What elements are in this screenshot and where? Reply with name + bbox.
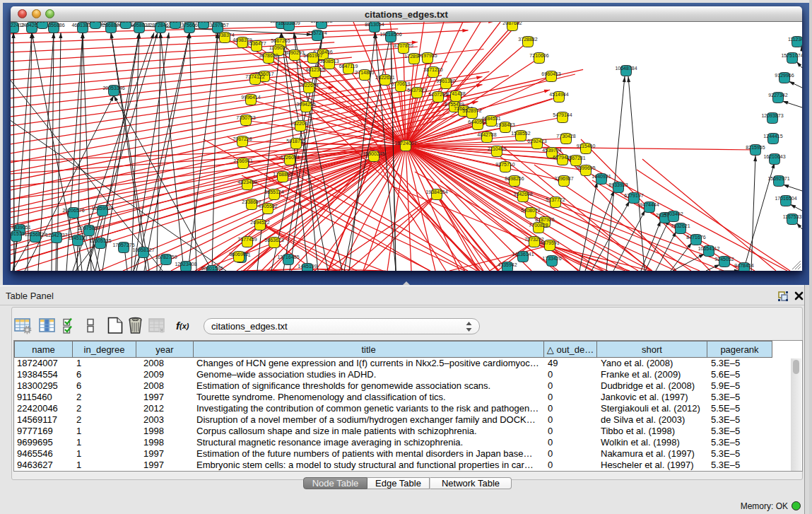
svg-text:19218506: 19218506: [379, 32, 401, 37]
svg-text:1538552: 1538552: [511, 131, 530, 136]
svg-text:20053346: 20053346: [102, 86, 124, 90]
svg-text:19384554: 19384554: [425, 189, 447, 194]
svg-text:1938483: 1938483: [495, 122, 514, 127]
svg-text:7374122: 7374122: [245, 74, 264, 79]
svg-text:7377459: 7377459: [237, 237, 257, 242]
svg-text:10654112: 10654112: [698, 246, 720, 251]
svg-text:1167533: 1167533: [783, 214, 802, 219]
svg-text:2322047: 2322047: [290, 121, 310, 126]
svg-text:15900245: 15900245: [363, 151, 384, 156]
svg-text:1640931: 1640931: [592, 174, 611, 179]
svg-text:15692971: 15692971: [767, 176, 789, 181]
svg-text:16782759: 16782759: [155, 255, 177, 259]
svg-text:4514944: 4514944: [549, 92, 568, 97]
svg-text:8933923: 8933923: [608, 182, 628, 187]
svg-text:14265799: 14265799: [164, 22, 186, 23]
svg-text:8606962: 8606962: [229, 252, 248, 257]
svg-text:39958838: 39958838: [128, 23, 150, 28]
svg-text:5107245: 5107245: [428, 92, 447, 97]
svg-text:5667265: 5667265: [271, 38, 290, 43]
svg-text:20206576: 20206576: [62, 208, 84, 213]
svg-text:3342608: 3342608: [513, 192, 532, 197]
svg-text:8090293: 8090293: [285, 50, 304, 55]
svg-text:89254563: 89254563: [84, 22, 106, 23]
svg-text:14136141: 14136141: [512, 252, 534, 257]
svg-text:6770619: 6770619: [391, 81, 410, 86]
svg-text:12359924: 12359924: [91, 206, 113, 211]
svg-text:9478454: 9478454: [734, 263, 753, 268]
svg-text:15751074: 15751074: [781, 53, 802, 58]
svg-text:5479144: 5479144: [553, 112, 572, 117]
svg-text:13999315: 13999315: [192, 22, 214, 23]
svg-text:4612365: 4612365: [305, 67, 324, 72]
svg-text:42868828: 42868828: [100, 23, 122, 28]
svg-text:6379197: 6379197: [624, 193, 643, 198]
svg-text:5663623: 5663623: [264, 238, 283, 243]
svg-text:4903402: 4903402: [664, 211, 683, 216]
svg-text:4842788: 4842788: [477, 132, 496, 137]
svg-text:7067228: 7067228: [233, 136, 252, 141]
svg-text:6440561: 6440561: [468, 119, 487, 124]
svg-text:6647119: 6647119: [339, 64, 358, 69]
svg-text:28728463: 28728463: [149, 23, 171, 28]
svg-text:21668732: 21668732: [31, 22, 53, 23]
svg-text:6960453: 6960453: [541, 71, 560, 76]
svg-text:8536477: 8536477: [247, 41, 266, 46]
svg-text:83197857: 83197857: [206, 23, 228, 28]
svg-text:17957275: 17957275: [112, 243, 134, 247]
svg-text:7632621: 7632621: [671, 223, 690, 228]
svg-text:4905582: 4905582: [258, 204, 277, 209]
svg-text:4335942: 4335942: [498, 262, 517, 267]
svg-text:9961380: 9961380: [436, 78, 455, 83]
svg-text:9474444: 9474444: [640, 202, 659, 207]
svg-text:5855124: 5855124: [264, 189, 283, 194]
svg-text:9129966: 9129966: [775, 73, 794, 78]
svg-text:8471676: 8471676: [686, 235, 705, 240]
svg-text:5408072: 5408072: [521, 208, 540, 213]
svg-text:391513: 391513: [11, 231, 25, 236]
svg-text:2714803: 2714803: [355, 70, 374, 75]
svg-text:2166941: 2166941: [233, 158, 252, 163]
svg-text:7022674: 7022674: [299, 83, 318, 88]
svg-text:(x): (x): [180, 322, 189, 330]
svg-text:8187926: 8187926: [535, 217, 554, 222]
svg-text:5528972: 5528972: [462, 108, 481, 113]
svg-text:20975887: 20975887: [78, 226, 100, 230]
svg-text:2197935: 2197935: [418, 53, 437, 58]
svg-text:12505135: 12505135: [89, 238, 111, 243]
svg-text:9115460: 9115460: [577, 144, 596, 148]
svg-text:3741438: 3741438: [446, 91, 465, 96]
svg-text:14439051: 14439051: [11, 225, 31, 230]
svg-text:23756669: 23756669: [178, 23, 200, 28]
svg-text:3871230: 3871230: [423, 67, 442, 72]
svg-text:10958127: 10958127: [132, 247, 154, 252]
svg-text:7700828: 7700828: [529, 223, 548, 228]
svg-text:4567281: 4567281: [566, 156, 585, 160]
svg-text:7357274: 7357274: [307, 30, 326, 35]
svg-text:90801586: 90801586: [201, 266, 223, 271]
svg-text:4823498: 4823498: [237, 180, 257, 185]
svg-text:39345092: 39345092: [310, 22, 332, 23]
svg-text:6292423: 6292423: [527, 139, 546, 144]
svg-text:5437923: 5437923: [407, 88, 426, 93]
svg-text:16210643: 16210643: [763, 154, 785, 159]
svg-text:17016504: 17016504: [775, 196, 796, 201]
svg-text:12093873: 12093873: [761, 113, 783, 118]
svg-text:8707870: 8707870: [394, 43, 413, 48]
svg-text:3094235: 3094235: [296, 102, 315, 107]
svg-text:9227342: 9227342: [768, 93, 787, 98]
svg-text:9996414: 9996414: [241, 95, 260, 100]
svg-text:2622631: 2622631: [375, 75, 394, 80]
svg-text:3396987: 3396987: [554, 176, 573, 181]
svg-text:5137722: 5137722: [546, 197, 565, 202]
svg-text:5661907: 5661907: [303, 53, 322, 58]
svg-text:1445199: 1445199: [298, 264, 317, 269]
svg-text:1112345: 1112345: [788, 37, 802, 42]
svg-text:1733426: 1733426: [542, 256, 561, 261]
svg-text:7210606: 7210606: [529, 53, 548, 58]
svg-text:8813054: 8813054: [365, 22, 384, 27]
svg-text:12923408: 12923408: [175, 262, 196, 267]
svg-text:9699695: 9699695: [576, 165, 595, 170]
svg-text:4679591: 4679591: [540, 240, 559, 245]
svg-text:7350753: 7350753: [236, 115, 255, 120]
